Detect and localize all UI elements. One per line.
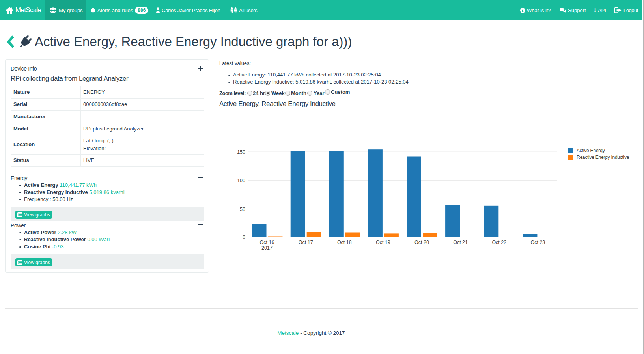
svg-text:Active Energy: Active Energy [577, 148, 605, 153]
svg-text:2017: 2017 [261, 245, 273, 251]
svg-text:150: 150 [237, 149, 245, 155]
svg-text:Oct 18: Oct 18 [337, 240, 352, 245]
svg-text:Oct 17: Oct 17 [299, 240, 313, 245]
svg-text:Oct 21: Oct 21 [453, 240, 468, 245]
svg-text:Oct 22: Oct 22 [492, 240, 506, 245]
svg-text:Oct 23: Oct 23 [530, 240, 545, 245]
svg-text:Oct 20: Oct 20 [414, 240, 429, 245]
svg-text:100: 100 [237, 178, 245, 183]
svg-text:Reactive Energy Inductive: Reactive Energy Inductive [577, 155, 629, 160]
svg-text:50: 50 [240, 207, 245, 212]
svg-text:Oct 16: Oct 16 [260, 240, 274, 245]
svg-text:Oct 19: Oct 19 [376, 240, 390, 245]
svg-text:0: 0 [243, 235, 245, 240]
